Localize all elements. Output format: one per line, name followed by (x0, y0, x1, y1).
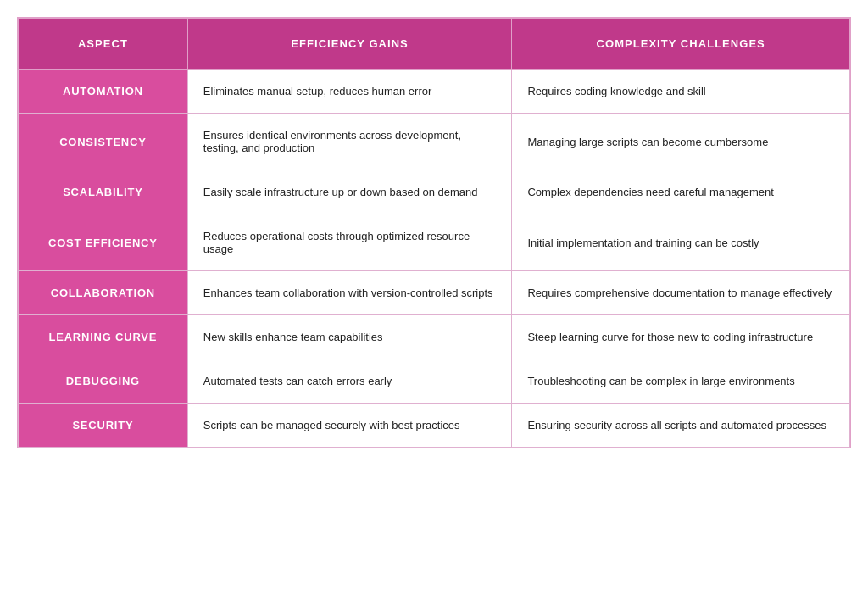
header-efficiency: EFFICIENCY GAINS (187, 19, 512, 70)
complexity-cell: Requires comprehensive documentation to … (512, 271, 850, 315)
efficiency-cell: Enhances team collaboration with version… (187, 271, 512, 315)
aspect-cell: SCALABILITY (19, 170, 188, 214)
header-aspect: ASPECT (19, 19, 188, 70)
efficiency-cell: Scripts can be managed securely with bes… (187, 404, 512, 448)
efficiency-cell: Eliminates manual setup, reduces human e… (187, 70, 512, 114)
table-row: SCALABILITYEasily scale infrastructure u… (19, 170, 850, 214)
efficiency-cell: Ensures identical environments across de… (187, 114, 512, 170)
table-row: COLLABORATIONEnhances team collaboration… (19, 271, 850, 315)
complexity-cell: Troubleshooting can be complex in large … (512, 359, 850, 404)
aspect-cell: AUTOMATION (19, 70, 188, 114)
aspect-cell: DEBUGGING (19, 359, 188, 404)
complexity-cell: Steep learning curve for those new to co… (512, 315, 850, 359)
aspect-cell: LEARNING CURVE (19, 315, 188, 359)
complexity-cell: Ensuring security across all scripts and… (512, 404, 850, 448)
table-row: SECURITYScripts can be managed securely … (19, 404, 850, 448)
complexity-cell: Initial implementation and training can … (512, 214, 850, 271)
aspect-cell: COST EFFICIENCY (19, 214, 188, 271)
complexity-cell: Complex dependencies need careful manage… (512, 170, 850, 214)
table-row: LEARNING CURVENew skills enhance team ca… (19, 315, 850, 359)
complexity-cell: Managing large scripts can become cumber… (512, 114, 850, 170)
efficiency-cell: Automated tests can catch errors early (187, 359, 512, 404)
aspect-cell: COLLABORATION (19, 271, 188, 315)
header-complexity: COMPLEXITY CHALLENGES (512, 19, 850, 70)
table-row: DEBUGGINGAutomated tests can catch error… (19, 359, 850, 404)
table-row: CONSISTENCYEnsures identical environment… (19, 114, 850, 170)
efficiency-cell: Easily scale infrastructure up or down b… (187, 170, 512, 214)
table-row: COST EFFICIENCYReduces operational costs… (19, 214, 850, 271)
aspect-cell: CONSISTENCY (19, 114, 188, 170)
comparison-table: ASPECT EFFICIENCY GAINS COMPLEXITY CHALL… (17, 17, 851, 448)
aspect-cell: SECURITY (19, 404, 188, 448)
efficiency-cell: New skills enhance team capabilities (187, 315, 512, 359)
complexity-cell: Requires coding knowledge and skill (512, 70, 850, 114)
efficiency-cell: Reduces operational costs through optimi… (187, 214, 512, 271)
table-row: AUTOMATIONEliminates manual setup, reduc… (19, 70, 850, 114)
